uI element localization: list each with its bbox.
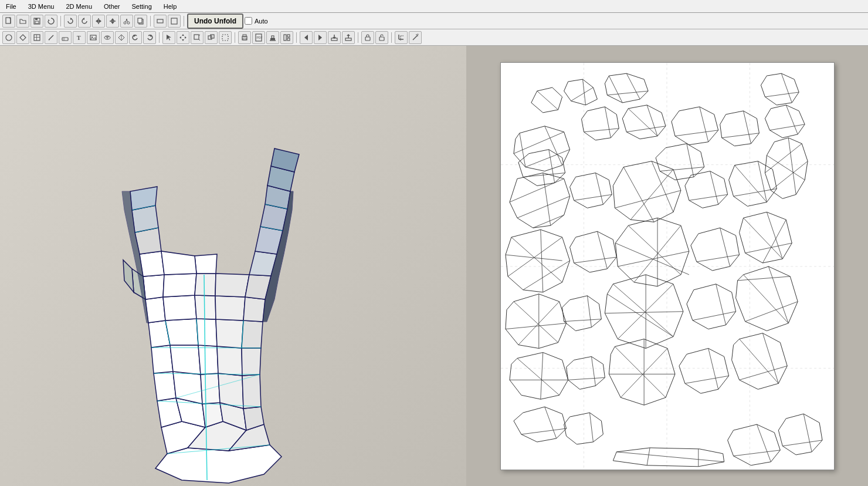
svg-rect-50 xyxy=(243,35,246,36)
menu-other[interactable]: Other xyxy=(100,2,124,11)
export-pdf-button[interactable]: PDF xyxy=(252,31,265,44)
svg-rect-47 xyxy=(211,35,214,38)
svg-marker-22 xyxy=(20,35,26,41)
separator-4 xyxy=(159,32,160,43)
crop-button[interactable] xyxy=(395,31,408,44)
separator-8 xyxy=(391,32,392,43)
print-button[interactable] xyxy=(238,31,251,44)
separator-2 xyxy=(150,16,151,26)
svg-marker-8 xyxy=(96,19,98,23)
svg-marker-67 xyxy=(347,34,350,36)
layout-button[interactable] xyxy=(280,31,293,44)
move-button[interactable] xyxy=(177,31,189,44)
svg-rect-58 xyxy=(287,35,290,37)
svg-marker-12 xyxy=(111,22,114,24)
menu-file[interactable]: File xyxy=(2,2,20,11)
circle-button[interactable] xyxy=(2,31,15,44)
export-button[interactable] xyxy=(342,31,355,44)
resize-button[interactable] xyxy=(191,31,204,44)
svg-text:T: T xyxy=(77,35,81,41)
redo-button[interactable] xyxy=(143,31,156,44)
text-button[interactable]: T xyxy=(73,31,86,44)
svg-text:PDF: PDF xyxy=(257,36,263,39)
rotate3d-button[interactable] xyxy=(101,31,114,44)
auto-label[interactable]: Auto xyxy=(255,18,268,25)
menu-bar: File 3D Menu 2D Menu Other Setting Help xyxy=(0,0,868,13)
svg-rect-46 xyxy=(208,36,212,39)
svg-rect-20 xyxy=(171,18,177,24)
svg-marker-105 xyxy=(195,295,216,319)
grid-button[interactable] xyxy=(30,31,43,44)
rectangle-button[interactable] xyxy=(154,15,167,28)
menu-help[interactable]: Help xyxy=(160,2,181,11)
undo-unfold-button[interactable]: Undo Unfold xyxy=(187,14,243,29)
arrow-right-button[interactable] xyxy=(314,31,327,44)
svg-marker-39 xyxy=(182,34,184,36)
menu-setting[interactable]: Setting xyxy=(128,2,155,11)
stamp-button[interactable] xyxy=(266,31,279,44)
auto-checkbox[interactable] xyxy=(245,17,252,25)
svg-rect-23 xyxy=(34,35,40,41)
auto-area: Auto xyxy=(245,17,268,25)
left-panel-3d[interactable] xyxy=(0,46,466,486)
flip-v-button[interactable] xyxy=(106,15,119,28)
main-content xyxy=(0,46,868,486)
square-button[interactable] xyxy=(168,15,181,28)
eraser-button[interactable] xyxy=(59,31,72,44)
svg-rect-28 xyxy=(62,38,68,41)
select-button[interactable] xyxy=(162,31,175,44)
svg-marker-93 xyxy=(151,345,173,373)
new-button[interactable] xyxy=(2,15,15,28)
undo-button[interactable] xyxy=(129,31,142,44)
wand-button[interactable] xyxy=(409,31,422,44)
svg-rect-19 xyxy=(157,19,163,23)
svg-marker-113 xyxy=(140,251,164,276)
right-panel-2d[interactable] xyxy=(466,46,868,486)
image-button[interactable] xyxy=(87,31,100,44)
clone-button[interactable] xyxy=(205,31,218,44)
svg-marker-38 xyxy=(167,35,171,41)
svg-line-74 xyxy=(413,35,418,40)
svg-marker-104 xyxy=(163,295,196,320)
lock-button[interactable] xyxy=(361,31,374,44)
deselect-button[interactable] xyxy=(219,31,232,44)
diamond-button[interactable] xyxy=(16,31,29,44)
svg-marker-40 xyxy=(182,39,184,41)
svg-marker-96 xyxy=(217,346,242,376)
svg-marker-109 xyxy=(163,274,196,297)
svg-marker-123 xyxy=(195,254,217,274)
unfold-viewport xyxy=(501,63,834,470)
svg-marker-41 xyxy=(179,36,181,39)
svg-marker-61 xyxy=(318,35,322,41)
separator-6 xyxy=(296,32,297,43)
pencil-button[interactable] xyxy=(45,31,57,44)
save-button[interactable] xyxy=(30,15,43,28)
arrow-left-button[interactable] xyxy=(300,31,313,44)
svg-marker-103 xyxy=(145,297,165,323)
svg-marker-11 xyxy=(111,18,114,21)
svg-marker-9 xyxy=(99,19,101,23)
svg-marker-4 xyxy=(48,19,50,21)
open-button[interactable] xyxy=(16,15,29,28)
copy-button[interactable] xyxy=(134,15,147,28)
rotate-ccw-button[interactable] xyxy=(78,15,91,28)
unlock-button[interactable] xyxy=(375,31,388,44)
svg-marker-99 xyxy=(165,319,198,345)
import-button[interactable] xyxy=(328,31,341,44)
svg-marker-101 xyxy=(216,319,243,348)
svg-marker-100 xyxy=(196,319,217,346)
separator-3 xyxy=(184,16,184,26)
svg-line-45 xyxy=(199,39,200,41)
svg-marker-42 xyxy=(185,36,187,39)
rotate-cw-button[interactable] xyxy=(64,15,77,28)
refresh-button[interactable] xyxy=(45,15,57,28)
menu-2d[interactable]: 2D Menu xyxy=(62,2,96,11)
svg-rect-43 xyxy=(194,35,199,39)
svg-rect-68 xyxy=(365,37,370,41)
scissors-button[interactable] xyxy=(120,15,133,28)
flip-h-button[interactable] xyxy=(92,15,105,28)
svg-rect-48 xyxy=(222,35,228,41)
svg-rect-65 xyxy=(345,38,351,41)
unfold-button[interactable] xyxy=(115,31,128,44)
menu-3d[interactable]: 3D Menu xyxy=(25,2,58,11)
